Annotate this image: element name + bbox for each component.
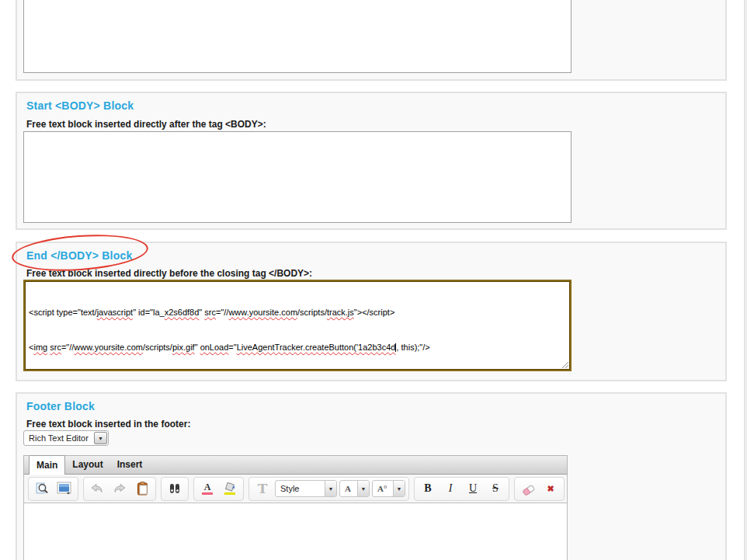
tab-main[interactable]: Main <box>29 455 65 475</box>
chevron-down-icon[interactable]: ▼ <box>357 481 369 496</box>
window-scrollbar[interactable] <box>744 0 747 560</box>
undo-icon[interactable] <box>87 479 107 499</box>
toolbar-group-clear: ✖ <box>514 477 565 501</box>
editor-toolbar: A <box>23 475 568 503</box>
editor-content-area[interactable] <box>23 503 568 560</box>
redo-icon[interactable] <box>109 479 130 499</box>
underline-label: U <box>469 482 477 495</box>
bold-label: B <box>424 482 431 495</box>
resize-grip-icon[interactable] <box>561 360 568 368</box>
chevron-down-icon[interactable]: ▼ <box>393 481 405 496</box>
chevron-down-icon[interactable]: ▼ <box>325 481 336 496</box>
toolbar-group-find <box>161 477 189 501</box>
italic-label: I <box>449 482 453 495</box>
style-dropdown-label: Style <box>276 484 325 493</box>
eraser-icon[interactable] <box>518 479 538 499</box>
bold-button[interactable]: B <box>418 479 438 499</box>
highlight-color-icon[interactable] <box>220 479 240 499</box>
underline-button[interactable]: U <box>463 479 483 499</box>
font-dropdown-label: A <box>340 484 357 493</box>
strikethrough-button[interactable]: S <box>485 479 506 499</box>
font-color-letter: A <box>204 482 211 492</box>
screen-size-icon[interactable] <box>54 479 75 499</box>
end-body-block-textarea[interactable]: <script type="text/javascript" id="la_x2… <box>23 280 572 371</box>
toolbar-group-view <box>28 477 78 501</box>
chevron-down-icon[interactable]: ▼ <box>94 432 107 444</box>
italic-button[interactable]: I <box>440 479 460 499</box>
editor-tabbar: Main Layout Insert <box>23 455 568 475</box>
tab-layout[interactable]: Layout <box>65 456 109 474</box>
font-size-dropdown-label: A° <box>373 484 393 493</box>
preview-icon[interactable] <box>32 479 52 499</box>
toolbar-group-format: B I U S <box>414 477 509 501</box>
toolbar-group-color: A <box>193 477 244 501</box>
font-color-icon[interactable]: A <box>197 479 217 499</box>
end-body-block-description: Free text block inserted directly before… <box>26 268 312 279</box>
paste-icon[interactable] <box>132 479 152 499</box>
start-body-block-description: Free text block inserted directly after … <box>26 119 266 130</box>
start-body-block-textarea[interactable] <box>23 131 572 223</box>
end-body-block-title: End </BODY> Block <box>26 249 132 262</box>
code-line-1: <script type="text/javascript" id="la_x2… <box>29 307 566 318</box>
find-icon[interactable] <box>165 479 185 499</box>
highlight-color-bar <box>224 492 235 495</box>
font-dropdown[interactable]: A ▼ <box>339 480 370 497</box>
style-dropdown[interactable]: Style ▼ <box>275 480 337 497</box>
format-letter: T <box>258 481 268 496</box>
footer-block-title: Footer Block <box>26 400 95 412</box>
code-line-2: <img src="//www.yoursite.com/scripts/pix… <box>29 342 566 353</box>
top-block-textarea[interactable] <box>23 0 572 73</box>
remove-format-icon[interactable]: ✖ <box>540 479 561 499</box>
font-size-dropdown[interactable]: A° ▼ <box>372 480 405 497</box>
rich-text-editor: Main Layout Insert <box>23 455 568 560</box>
editor-mode-value: Rich Text Editor <box>24 433 94 443</box>
font-color-bar <box>202 492 213 495</box>
editor-mode-select[interactable]: Rich Text Editor ▼ <box>23 430 109 446</box>
strikethrough-label: S <box>492 482 499 495</box>
toolbar-group-edit <box>83 477 156 501</box>
settings-page: Start <BODY> Block Free text block inser… <box>0 0 747 560</box>
toolbar-group-style: T Style ▼ A ▼ A° ▼ <box>248 477 409 501</box>
start-body-block-title: Start <BODY> Block <box>26 99 134 112</box>
tab-insert[interactable]: Insert <box>110 456 150 474</box>
format-icon[interactable]: T <box>252 479 273 499</box>
footer-block-description: Free text block inserted in the footer: <box>26 419 190 430</box>
remove-format-glyph: ✖ <box>547 484 554 494</box>
